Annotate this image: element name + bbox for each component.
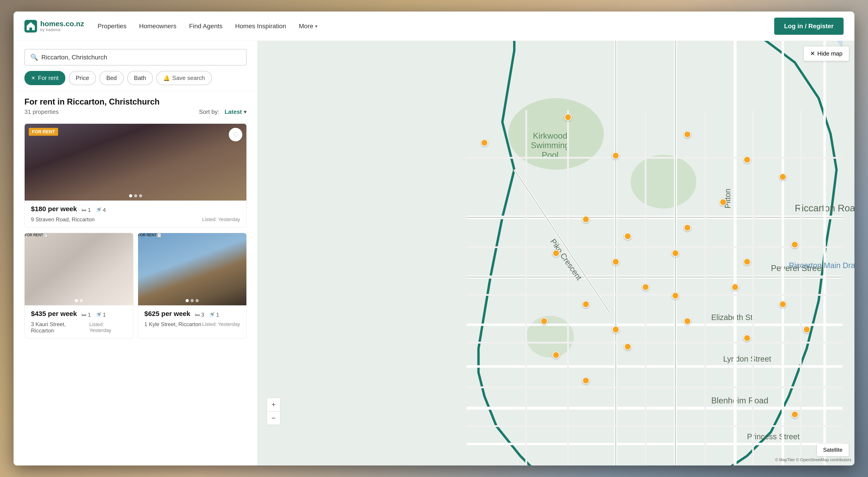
bath-icon: 🚿	[95, 207, 101, 213]
card-info: $625 per week 🛏 3 🚿 1	[138, 305, 247, 332]
card-info: $180 per week 🛏 1 🚿 4 9 Straven Ro	[25, 201, 246, 227]
image-dot	[129, 194, 132, 197]
map-property-dot[interactable]	[553, 351, 560, 359]
map-property-dot[interactable]	[732, 283, 739, 291]
map-property-dot[interactable]	[582, 301, 590, 308]
map-property-dot[interactable]	[779, 173, 786, 180]
image-dot	[134, 194, 137, 197]
chevron-down-icon: ▾	[315, 24, 317, 29]
close-icon: ✕	[31, 75, 35, 81]
property-card[interactable]: FOR RENT ♡ $625 per week	[138, 233, 247, 339]
zoom-out-button[interactable]: −	[267, 411, 280, 425]
map-property-dot[interactable]	[791, 241, 798, 248]
map-property-dot[interactable]	[642, 283, 649, 291]
map-property-dot[interactable]	[564, 113, 572, 121]
logo[interactable]: homes.co.nz by trademe	[24, 20, 84, 33]
map-property-dot[interactable]	[684, 224, 691, 231]
card-features: $625 per week 🛏 3 🚿 1	[145, 310, 240, 320]
map-property-dot[interactable]	[672, 292, 679, 299]
favorite-button[interactable]: ♡	[229, 128, 242, 141]
property-card[interactable]: FOR RENT ♡ $180 per week 🛏	[24, 124, 247, 228]
map-property-dot[interactable]	[612, 258, 619, 265]
filter-price[interactable]: Price	[69, 71, 96, 85]
map-property-dot[interactable]	[612, 326, 619, 333]
filter-row: ✕ For rent Price Bed Bath 🔔 Save search	[24, 71, 247, 85]
filter-bath[interactable]: Bath	[127, 71, 153, 85]
search-icon: 🔍	[30, 54, 38, 61]
card-address: 9 Straven Road, Riccarton	[31, 216, 94, 223]
map-property-dot[interactable]	[743, 258, 751, 265]
map-property-dot[interactable]	[684, 131, 691, 138]
svg-text:Blenheim Road: Blenheim Road	[711, 396, 768, 405]
image-dot	[195, 299, 199, 302]
map-property-dot[interactable]	[582, 377, 590, 384]
map-property-dot[interactable]	[553, 249, 560, 257]
logo-main-text: homes.co.nz	[40, 20, 84, 28]
filter-bed[interactable]: Bed	[99, 71, 123, 85]
map-property-dot[interactable]	[779, 301, 786, 308]
card-meta-row: 1 Kyle Street, Riccarton Listed: Yesterd…	[145, 321, 240, 328]
login-button[interactable]: Log in / Register	[774, 18, 844, 35]
results-header: For rent in Riccarton, Christchurch 31 p…	[13, 91, 257, 119]
filter-for-rent[interactable]: ✕ For rent	[24, 71, 65, 85]
card-price: $625 per week	[145, 310, 190, 317]
map-property-dot[interactable]	[582, 216, 590, 223]
image-dot	[191, 299, 194, 302]
map-property-dot[interactable]	[672, 249, 679, 257]
property-card[interactable]: FOR RENT ♡ $435 per week 🛏	[24, 233, 133, 339]
nav-properties[interactable]: Properties	[98, 23, 127, 30]
results-title: For rent in Riccarton, Christchurch	[24, 97, 247, 107]
nav-links: Properties Homeowners Find Agents Homes …	[98, 23, 774, 30]
image-dot	[80, 299, 83, 302]
map-property-dot[interactable]	[540, 317, 548, 325]
card-info: $435 per week 🛏 1 🚿 1	[25, 305, 133, 338]
map-container[interactable]: Kirkwood Swimming Pool Riccarton Road Pe…	[258, 41, 855, 466]
map-property-dot[interactable]	[684, 317, 691, 325]
nav-homeowners[interactable]: Homeowners	[139, 23, 176, 30]
left-panel: 🔍 ✕ For rent Price Bed Bath	[13, 41, 258, 466]
hide-map-button[interactable]: ✕ Hide map	[804, 46, 849, 61]
map-property-dot[interactable]	[481, 139, 488, 146]
favorite-button[interactable]: ♡	[44, 233, 48, 237]
map-property-dot[interactable]	[719, 199, 727, 206]
sort-value: Latest	[224, 108, 242, 115]
svg-text:Princess Street: Princess Street	[747, 432, 800, 441]
search-input[interactable]	[41, 54, 241, 61]
beds-feature: 🛏 1	[81, 312, 91, 318]
nav-homes-inspiration[interactable]: Homes Inspiration	[235, 23, 286, 30]
image-dot	[139, 194, 142, 197]
properties-grid: FOR RENT ♡ $180 per week 🛏	[13, 119, 257, 343]
property-image: FOR RENT ♡	[138, 233, 247, 305]
for-rent-badge: FOR RENT	[29, 128, 58, 136]
satellite-button[interactable]: Satellite	[817, 443, 849, 456]
sort-by-control[interactable]: Sort by: Latest ▾	[199, 108, 247, 115]
favorite-button[interactable]: ♡	[157, 233, 161, 237]
image-dots	[186, 299, 199, 302]
svg-text:Riccarton Main Drain: Riccarton Main Drain	[789, 261, 855, 270]
bed-icon: 🛏	[81, 312, 86, 318]
svg-point-7	[526, 316, 574, 357]
card-meta-row: 3 Kauri Street, Riccarton Listed: Yester…	[31, 321, 127, 334]
map-property-dot[interactable]	[803, 326, 810, 333]
property-image: FOR RENT ♡	[25, 233, 133, 305]
map-property-dot[interactable]	[743, 335, 751, 342]
search-box[interactable]: 🔍	[24, 49, 247, 66]
map-property-dot[interactable]	[612, 152, 619, 159]
image-dot	[186, 299, 189, 302]
map-property-dot[interactable]	[743, 156, 751, 163]
nav-find-agents[interactable]: Find Agents	[189, 23, 222, 30]
image-dots	[129, 194, 142, 197]
bed-icon: 🛏	[81, 207, 86, 213]
map-property-dot[interactable]	[624, 233, 631, 240]
nav-more[interactable]: More ▾	[299, 23, 317, 30]
property-image: FOR RENT ♡	[25, 124, 246, 201]
card-features: $180 per week 🛏 1 🚿 4	[31, 205, 240, 215]
results-meta: 31 properties Sort by: Latest ▾	[24, 108, 247, 115]
map-property-dot[interactable]	[791, 411, 798, 418]
save-search-button[interactable]: 🔔 Save search	[156, 71, 212, 85]
zoom-in-button[interactable]: +	[267, 398, 280, 411]
map-property-dot[interactable]	[624, 343, 631, 350]
svg-text:Kirkwood: Kirkwood	[533, 131, 567, 140]
card-address: 3 Kauri Street, Riccarton	[31, 321, 89, 334]
card-price: $435 per week	[31, 310, 77, 317]
